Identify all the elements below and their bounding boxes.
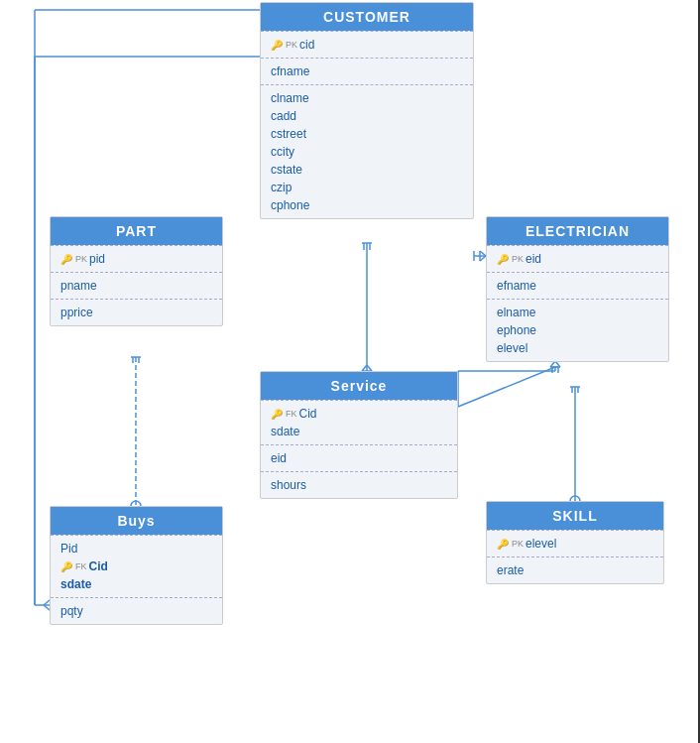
key-icon-cid: 🔑 xyxy=(271,40,283,51)
part-field-pprice: pprice xyxy=(60,304,212,321)
entity-skill: SKILL 🔑 PK elevel erate xyxy=(486,501,664,584)
electrician-pk-section: 🔑 PK eid xyxy=(487,245,668,272)
skill-field-elevel: 🔑 PK elevel xyxy=(497,535,653,553)
buys-header: Buys xyxy=(51,507,222,535)
buys-section2: pqty xyxy=(51,597,222,624)
entity-part: PART 🔑 PK pid pname pprice xyxy=(50,216,223,326)
customer-section2: clname cadd cstreet ccity cstate czip cp… xyxy=(261,84,473,218)
service-field-cid: 🔑 FK Cid xyxy=(271,405,447,423)
customer-field-cstreet: cstreet xyxy=(271,125,463,143)
fk-label-service-cid: FK xyxy=(286,409,297,419)
service-field-eid: eid xyxy=(271,449,447,467)
entity-customer: CUSTOMER 🔑 PK cid cfname clname cadd cst… xyxy=(260,2,474,219)
entity-buys: Buys Pid 🔑 FK Cid sdate pqty xyxy=(50,506,223,625)
electrician-field-eid: 🔑 PK eid xyxy=(497,250,658,268)
service-field-sdate: sdate xyxy=(271,423,447,440)
pk-label-pid: PK xyxy=(75,254,87,264)
part-field-pid: 🔑 PK pid xyxy=(60,250,212,268)
entity-service: Service 🔑 FK Cid sdate eid shours xyxy=(260,371,458,499)
buys-field-cid: 🔑 FK Cid xyxy=(60,557,212,575)
electrician-field-efname: efname xyxy=(497,277,658,295)
skill-pk-section: 🔑 PK elevel xyxy=(487,530,663,557)
part-field-pname: pname xyxy=(60,277,212,295)
skill-field-erate: erate xyxy=(497,561,653,579)
service-section1: eid xyxy=(261,444,457,471)
key-icon-buys-cid: 🔑 xyxy=(60,561,72,572)
electrician-section2: elname ephone elevel xyxy=(487,299,668,361)
service-section2: shours xyxy=(261,471,457,498)
customer-header: CUSTOMER xyxy=(261,3,473,31)
customer-field-cfname: cfname xyxy=(271,62,463,80)
electrician-header: ELECTRICIAN xyxy=(487,217,668,245)
skill-section2: erate xyxy=(487,557,663,583)
skill-header: SKILL xyxy=(487,502,663,530)
pk-label-eid: PK xyxy=(512,254,524,264)
pk-label-skill-elevel: PK xyxy=(512,539,524,549)
customer-section1: cfname xyxy=(261,58,473,84)
key-icon-pid: 🔑 xyxy=(60,254,72,265)
diagram-container: CUSTOMER 🔑 PK cid cfname clname cadd cst… xyxy=(0,0,700,743)
customer-field-cphone: cphone xyxy=(271,196,463,214)
service-pk-section: 🔑 FK Cid sdate xyxy=(261,400,457,444)
electrician-field-ephone: ephone xyxy=(497,321,658,339)
buys-field-pqty: pqty xyxy=(60,602,212,620)
pk-label-cid: PK xyxy=(286,40,297,50)
buys-field-pid: Pid xyxy=(60,540,212,557)
buys-field-sdate: sdate xyxy=(60,575,212,593)
key-icon-service-cid: 🔑 xyxy=(271,409,283,420)
service-header: Service xyxy=(261,372,457,400)
part-section2: pprice xyxy=(51,299,222,325)
entity-electrician: ELECTRICIAN 🔑 PK eid efname elname ephon… xyxy=(486,216,669,362)
customer-field-cadd: cadd xyxy=(271,107,463,125)
customer-field-ccity: ccity xyxy=(271,143,463,161)
service-field-shours: shours xyxy=(271,476,447,494)
fk-label-buys-cid: FK xyxy=(75,561,87,571)
customer-pk-section: 🔑 PK cid xyxy=(261,31,473,58)
electrician-field-elname: elname xyxy=(497,304,658,321)
customer-field-cid: 🔑 PK cid xyxy=(271,36,463,54)
part-section1: pname xyxy=(51,272,222,299)
customer-field-clname: clname xyxy=(271,89,463,107)
key-icon-eid: 🔑 xyxy=(497,254,509,265)
part-header: PART xyxy=(51,217,222,245)
part-pk-section: 🔑 PK pid xyxy=(51,245,222,272)
buys-pk-section: Pid 🔑 FK Cid sdate xyxy=(51,535,222,597)
key-icon-skill-elevel: 🔑 xyxy=(497,539,509,550)
customer-field-cstate: cstate xyxy=(271,161,463,179)
electrician-section1: efname xyxy=(487,272,668,299)
electrician-field-elevel: elevel xyxy=(497,339,658,357)
customer-field-czip: czip xyxy=(271,179,463,196)
svg-line-12 xyxy=(458,367,555,407)
